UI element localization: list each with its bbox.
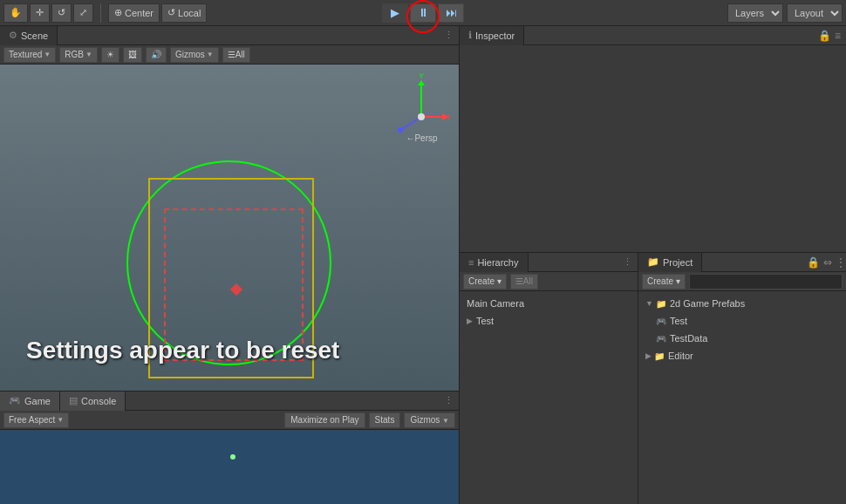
game-panel: 🎮 Game ▤ Console ⋮ Free Aspect ▼ Maximiz… xyxy=(0,391,459,504)
scale-tool[interactable]: ⤢ xyxy=(73,3,93,23)
hierarchy-create-btn[interactable]: Create ▾ xyxy=(463,274,507,289)
project-testdata-label: TestData xyxy=(670,333,707,344)
project-item-editor[interactable]: ▶ 📁 Editor xyxy=(638,347,846,364)
project-maximize-btn[interactable]: ⋮ xyxy=(836,256,846,269)
play-controls: ▶ ⏸ ⏭ xyxy=(382,3,464,23)
game-gizmos-label: Gizmos xyxy=(410,415,440,425)
project-item-test[interactable]: 🎮 Test xyxy=(638,312,846,330)
2d-game-prefabs-label: 2d Game Prefabs xyxy=(670,298,745,309)
center-icon: ⊕ xyxy=(114,7,122,18)
maximize-on-play-label: Maximize on Play xyxy=(290,415,358,425)
inspector-icons: 🔒 ≡ xyxy=(818,30,846,42)
rotate-tool[interactable]: ↺ xyxy=(51,3,72,23)
console-tab[interactable]: ▤ Console xyxy=(60,392,126,411)
hand-tool[interactable]: ✋ xyxy=(3,3,28,23)
gizmo-persp-label: ←Persp xyxy=(406,133,437,143)
project-editor-label: Editor xyxy=(668,351,693,361)
project-panel: 📁 Project 🔒 ⇔ ⋮ Create ▾ xyxy=(638,253,846,504)
rgb-label: RGB xyxy=(65,50,84,59)
all-btn[interactable]: ☰All xyxy=(222,47,250,63)
hierarchy-tab[interactable]: ≡ Hierarchy xyxy=(460,253,529,272)
scene-viewport[interactable]: Settings appear to be reset xyxy=(0,65,459,391)
svg-text:X: X xyxy=(447,112,450,121)
scene-panel: ⚙ Scene ⋮ Textured ▼ RGB ▼ ☀ 🖼 🔊 Gizmo xyxy=(0,26,459,391)
project-tab[interactable]: 📁 Project xyxy=(638,253,702,272)
stats-btn[interactable]: Stats xyxy=(369,412,401,428)
game-maximize[interactable]: ⋮ xyxy=(439,395,459,406)
project-lock-btn[interactable]: 🔒 xyxy=(807,256,820,269)
inspector-tab-bar: ℹ Inspector 🔒 ≡ xyxy=(460,26,846,45)
sun-btn[interactable]: ☀ xyxy=(101,47,119,63)
play-button[interactable]: ▶ xyxy=(382,3,408,23)
project-search-input[interactable] xyxy=(689,274,843,289)
test-label: Test xyxy=(476,316,494,326)
project-item-testdata[interactable]: 🎮 TestData xyxy=(638,330,846,347)
image-btn[interactable]: 🖼 xyxy=(123,47,142,63)
scene-tab-label: Scene xyxy=(21,31,48,41)
inspector-tab[interactable]: ℹ Inspector xyxy=(460,26,524,45)
scene-tab-bar: ⚙ Scene ⋮ xyxy=(0,26,459,45)
hierarchy-item-main-camera[interactable]: Main Camera xyxy=(460,295,638,312)
console-tab-icon: ▤ xyxy=(69,395,78,406)
free-aspect-arrow: ▼ xyxy=(57,416,64,424)
inspector-tab-label: Inspector xyxy=(475,31,515,41)
svg-point-5 xyxy=(398,127,403,133)
right-panel: ℹ Inspector 🔒 ≡ ≡ Hierarchy ⋮ xyxy=(460,26,846,504)
game-viewport[interactable] xyxy=(0,430,459,504)
project-toolbar: Create ▾ xyxy=(638,272,846,291)
testdata-file-icon: 🎮 xyxy=(656,334,666,344)
hierarchy-tab-bar: ≡ Hierarchy ⋮ xyxy=(460,253,638,272)
lock-icon[interactable]: 🔒 xyxy=(818,30,831,42)
local-btn[interactable]: ↺ Local xyxy=(161,3,207,23)
hierarchy-all-btn[interactable]: ☰All xyxy=(510,274,538,289)
move-tool[interactable]: ✛ xyxy=(30,3,50,23)
project-menu-btn[interactable]: ⇔ xyxy=(823,256,832,269)
hierarchy-maximize[interactable]: ⋮ xyxy=(617,256,638,268)
gizmos-btn[interactable]: Gizmos ▼ xyxy=(170,47,219,63)
gizmo-svg: Y X xyxy=(393,73,450,134)
2d-game-prefabs-arrow: ▼ xyxy=(645,299,653,308)
textured-label: Textured xyxy=(9,50,42,59)
free-aspect-btn[interactable]: Free Aspect ▼ xyxy=(3,412,69,428)
hierarchy-panel: ≡ Hierarchy ⋮ Create ▾ ☰All Main Camera xyxy=(460,253,638,504)
game-tab-bar: 🎮 Game ▤ Console ⋮ xyxy=(0,392,459,411)
editor-arrow: ▶ xyxy=(645,351,652,360)
svg-text:Y: Y xyxy=(419,73,424,80)
local-label: Local xyxy=(178,8,201,18)
project-item-2d-game-prefabs[interactable]: ▼ 📁 2d Game Prefabs xyxy=(638,295,846,312)
layers-dropdown[interactable]: Layers xyxy=(727,3,783,23)
layout-dropdown[interactable]: Layout xyxy=(787,3,843,23)
game-gizmos-btn[interactable]: Gizmos ▼ xyxy=(404,412,455,428)
separator-1 xyxy=(100,3,101,23)
game-gizmos-arrow: ▼ xyxy=(442,417,449,425)
game-right-btns: Maximize on Play Stats Gizmos ▼ xyxy=(284,412,455,428)
pause-button[interactable]: ⏸ xyxy=(410,3,436,23)
maximize-on-play-btn[interactable]: Maximize on Play xyxy=(284,412,365,428)
main-content: ⚙ Scene ⋮ Textured ▼ RGB ▼ ☀ 🖼 🔊 Gizmo xyxy=(0,26,846,504)
hierarchy-content: Main Camera ▶ Test xyxy=(460,291,638,504)
step-button[interactable]: ⏭ xyxy=(438,3,464,23)
hierarchy-tab-label: Hierarchy xyxy=(477,257,518,268)
project-create-btn[interactable]: Create ▾ xyxy=(642,274,686,289)
project-tab-icons: 🔒 ⇔ ⋮ xyxy=(807,256,846,269)
menu-icon[interactable]: ≡ xyxy=(835,30,841,42)
textured-btn[interactable]: Textured ▼ xyxy=(3,47,56,63)
free-aspect-label: Free Aspect xyxy=(9,415,55,425)
rgb-btn[interactable]: RGB ▼ xyxy=(59,47,98,63)
test-file-icon: 🎮 xyxy=(656,317,666,326)
game-tab[interactable]: 🎮 Game xyxy=(0,392,60,411)
left-panel: ⚙ Scene ⋮ Textured ▼ RGB ▼ ☀ 🖼 🔊 Gizmo xyxy=(0,26,460,504)
hierarchy-item-test[interactable]: ▶ Test xyxy=(460,312,638,330)
inspector-panel: ℹ Inspector 🔒 ≡ xyxy=(460,26,846,253)
gizmos-arrow: ▼ xyxy=(207,51,214,58)
scene-maximize[interactable]: ⋮ xyxy=(439,30,459,41)
center-btn[interactable]: ⊕ Center xyxy=(108,3,160,23)
scene-tab[interactable]: ⚙ Scene xyxy=(0,26,58,45)
top-toolbar: ✋ ✛ ↺ ⤢ ⊕ Center ↺ Local ▶ ⏸ ⏭ Layers La… xyxy=(0,0,846,26)
project-create-label: Create ▾ xyxy=(647,276,680,286)
settings-message: Settings appear to be reset xyxy=(26,337,339,364)
center-label: Center xyxy=(125,8,154,18)
2d-game-prefabs-folder-icon: 📁 xyxy=(656,299,666,309)
audio-btn[interactable]: 🔊 xyxy=(146,47,167,63)
game-tab-icon: 🎮 xyxy=(9,395,21,406)
